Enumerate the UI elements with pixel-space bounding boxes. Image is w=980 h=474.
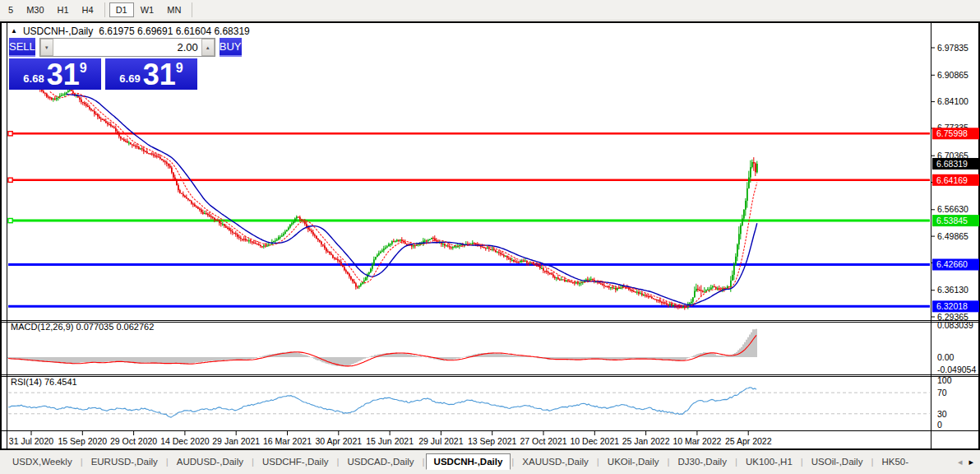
volume-increase-button[interactable]: ▲: [201, 39, 215, 56]
tab-usoil-daily[interactable]: USOil-,Daily: [804, 453, 871, 470]
candle-body: [455, 246, 457, 247]
candle-body: [518, 263, 520, 263]
date-label: 10 Dec 2021: [571, 436, 620, 446]
candle-body: [674, 304, 676, 305]
candle-body: [87, 106, 89, 107]
volume-input[interactable]: [53, 39, 201, 56]
candle-body: [61, 95, 62, 96]
tab-audusd-daily[interactable]: AUDUSD-,Daily: [169, 453, 251, 470]
candle-body: [122, 138, 123, 139]
candle-body: [301, 220, 303, 221]
candle-body: [385, 248, 386, 249]
candle-body: [337, 259, 339, 261]
tab-hk50-[interactable]: HK50-: [874, 453, 916, 470]
date-label: 29 Jul 2021: [418, 436, 463, 446]
tab-ukoil-daily[interactable]: UKOil-,Daily: [600, 453, 667, 470]
timeframe-button-w1[interactable]: W1: [134, 2, 161, 17]
candle-body: [102, 119, 104, 120]
candle-body: [280, 237, 281, 238]
sell-button[interactable]: SELL: [9, 38, 35, 57]
candle-body: [559, 280, 561, 281]
hline-handle[interactable]: [8, 132, 12, 136]
price-label-text: 6.75998: [936, 128, 968, 138]
tab-usdcad-daily[interactable]: USDCAD-,Daily: [340, 453, 421, 470]
candle-body: [354, 281, 355, 283]
candle-body: [230, 230, 232, 232]
candle-body: [260, 245, 261, 246]
candle-body: [733, 265, 735, 275]
tab-usdcnh-daily[interactable]: USDCNH-,Daily: [426, 453, 511, 470]
candle-body: [416, 245, 418, 246]
candle-body: [335, 258, 337, 259]
candle-body: [187, 198, 189, 200]
sell-price-box[interactable]: 6.68 31 9: [9, 58, 101, 90]
candle-body: [571, 281, 572, 282]
toolbar-separator: [104, 2, 105, 17]
candle-body: [395, 241, 396, 242]
candle-body: [617, 288, 618, 290]
timeframe-button-m30[interactable]: M30: [20, 2, 50, 17]
candle-body: [755, 164, 756, 173]
candle-body: [304, 221, 306, 224]
candle-body: [345, 270, 347, 272]
timeframe-button-d1[interactable]: D1: [109, 2, 134, 17]
tab-dj30-daily[interactable]: DJ30-,Daily: [670, 453, 733, 470]
timeframe-button-mn[interactable]: MN: [160, 2, 187, 17]
date-label: 15 Sep 2020: [58, 436, 108, 446]
candle-body: [312, 232, 314, 235]
candle-body: [681, 307, 682, 308]
timeframe-button-h1[interactable]: H1: [51, 2, 76, 17]
candle-body: [235, 234, 237, 235]
candle-body: [506, 256, 508, 258]
candle-body: [299, 217, 301, 220]
candle-body: [488, 248, 490, 249]
candle-body: [561, 279, 562, 280]
candle-body: [252, 241, 253, 242]
tab-xauusd-daily[interactable]: XAUUSD-,Daily: [515, 453, 596, 470]
tab-usdchf-daily[interactable]: USDCHF-,Daily: [255, 453, 336, 470]
candle-body: [49, 97, 51, 98]
candle-body: [426, 240, 428, 241]
collapse-icon[interactable]: ▲: [11, 28, 17, 35]
candle-body: [266, 245, 268, 246]
candle-body: [168, 164, 169, 166]
candle-body: [171, 168, 173, 173]
candle-body: [135, 146, 136, 146]
candle-body: [704, 291, 705, 292]
candle-body: [161, 159, 163, 160]
timeframe-button-5[interactable]: 5: [2, 2, 20, 17]
tab-eurusd-daily[interactable]: EURUSD-,Daily: [84, 453, 165, 470]
candle-body: [548, 272, 549, 272]
candle-body: [567, 281, 569, 281]
candle-body: [447, 245, 449, 246]
candle-body: [641, 293, 643, 295]
candle-body: [261, 246, 263, 247]
candle-body: [344, 267, 345, 270]
tab-scroll-right-icon[interactable]: ▸: [968, 457, 973, 467]
candle-body: [490, 249, 492, 249]
candle-body: [368, 272, 370, 275]
tab-scroll-left-icon[interactable]: ◂: [958, 457, 963, 467]
candle-body: [179, 190, 181, 193]
candle-body: [84, 103, 86, 105]
candle-body: [247, 240, 248, 241]
candle-body: [654, 299, 656, 300]
candle-body: [691, 302, 692, 304]
candle-body: [661, 302, 663, 303]
buy-button[interactable]: BUY: [220, 38, 242, 57]
buy-price-small: 6.69: [119, 72, 140, 85]
timeframe-button-h4[interactable]: H4: [76, 2, 100, 17]
candle-body: [574, 282, 576, 283]
tab-uk100-h1[interactable]: UK100-,H1: [738, 453, 800, 470]
candle-body: [128, 142, 130, 143]
candle-body: [156, 156, 158, 156]
tab-usdx-weekly[interactable]: USDX,Weekly: [5, 453, 80, 470]
hline-handle[interactable]: [8, 178, 12, 182]
buy-price-box[interactable]: 6.69 31 9: [105, 58, 197, 90]
candle-body: [544, 271, 546, 272]
candle-body: [732, 275, 733, 281]
hline-handle[interactable]: [8, 218, 12, 222]
date-label: 30 Apr 2021: [315, 436, 362, 446]
volume-decrease-button[interactable]: ▼: [40, 39, 53, 56]
candle-body: [110, 124, 112, 126]
